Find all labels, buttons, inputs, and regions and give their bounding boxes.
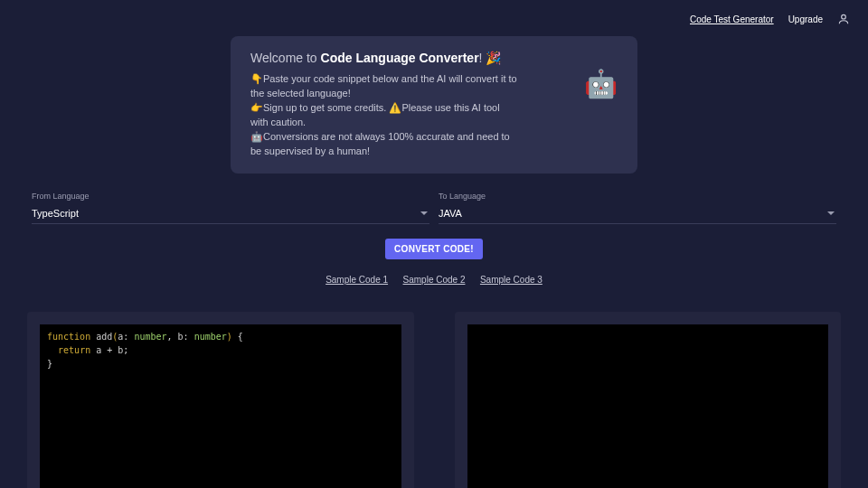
from-language-value: TypeScript xyxy=(32,208,79,219)
hero-title-strong: Code Language Converter xyxy=(321,51,479,65)
source-code-editor[interactable]: function add(a: number, b: number) { ret… xyxy=(40,324,401,488)
code-test-generator-link[interactable]: Code Test Generator xyxy=(690,14,774,24)
sample-code-1-link[interactable]: Sample Code 1 xyxy=(326,275,388,285)
convert-code-button[interactable]: CONVERT CODE! xyxy=(385,239,483,259)
code-token: : xyxy=(123,332,134,342)
target-editor-panel xyxy=(455,312,842,488)
user-icon[interactable] xyxy=(837,13,850,25)
to-language-select[interactable]: JAVA xyxy=(439,204,836,224)
hero-title-prefix: Welcome to xyxy=(250,51,321,65)
upgrade-link[interactable]: Upgrade xyxy=(788,14,823,24)
from-language-label: From Language xyxy=(32,192,429,201)
code-token: { xyxy=(232,332,243,342)
robot-icon: 🤖 xyxy=(584,68,618,99)
from-language-select[interactable]: TypeScript xyxy=(32,204,429,224)
code-token xyxy=(47,345,58,355)
code-token: } xyxy=(47,359,52,369)
code-token: add xyxy=(90,332,112,342)
chevron-down-icon xyxy=(827,211,835,215)
code-token: function xyxy=(47,332,90,342)
code-token: number xyxy=(134,332,166,342)
source-editor-panel: function add(a: number, b: number) { ret… xyxy=(27,312,414,488)
hero-line-3: 🤖Conversions are not always 100% accurat… xyxy=(250,130,520,159)
code-token: , xyxy=(167,332,178,342)
hero-line-2: 👉Sign up to get some credits. ⚠️Please u… xyxy=(250,101,520,130)
hero-title: Welcome to Code Language Converter! 🎉 xyxy=(250,51,520,65)
code-token: : xyxy=(184,332,194,342)
code-token: a + b; xyxy=(90,345,128,355)
hero-card: Welcome to Code Language Converter! 🎉 👇P… xyxy=(231,36,637,174)
svg-point-0 xyxy=(842,14,846,19)
to-language-value: JAVA xyxy=(439,208,462,219)
sample-code-3-link[interactable]: Sample Code 3 xyxy=(480,275,542,285)
hero-line-1: 👇Paste your code snippet below and the A… xyxy=(250,72,520,101)
hero-title-suffix: ! 🎉 xyxy=(479,51,502,65)
to-language-label: To Language xyxy=(439,192,836,201)
sample-code-2-link[interactable]: Sample Code 2 xyxy=(403,275,466,285)
chevron-down-icon xyxy=(420,211,428,215)
target-code-editor[interactable] xyxy=(467,324,829,488)
code-token: number xyxy=(194,332,227,342)
code-token: return xyxy=(58,345,90,355)
